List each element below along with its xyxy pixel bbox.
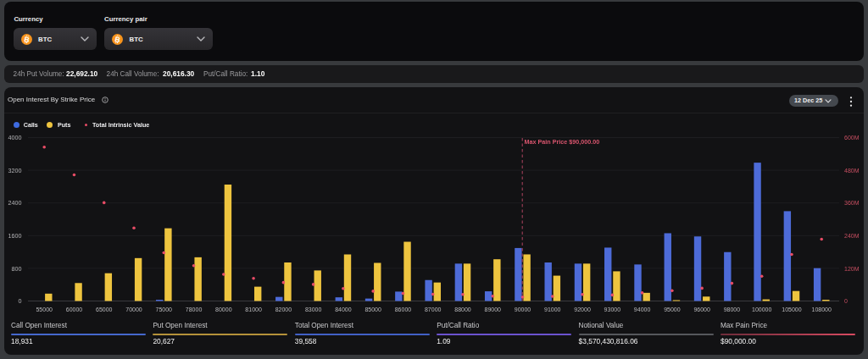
svg-text:800: 800 bbox=[12, 265, 22, 273]
svg-text:90000: 90000 bbox=[515, 307, 531, 312]
svg-text:87000: 87000 bbox=[425, 307, 442, 312]
svg-text:75000: 75000 bbox=[156, 307, 173, 312]
svg-text:0: 0 bbox=[844, 298, 848, 304]
svg-text:88000: 88000 bbox=[454, 307, 471, 312]
svg-text:94000: 94000 bbox=[634, 307, 651, 312]
svg-text:83000: 83000 bbox=[305, 307, 322, 312]
svg-text:98000: 98000 bbox=[724, 307, 741, 312]
svg-text:65000: 65000 bbox=[96, 307, 113, 312]
svg-text:100000: 100000 bbox=[752, 307, 771, 312]
svg-text:91000: 91000 bbox=[544, 307, 561, 312]
svg-text:92000: 92000 bbox=[574, 307, 591, 312]
svg-text:105000: 105000 bbox=[782, 307, 801, 312]
svg-text:2400: 2400 bbox=[8, 199, 22, 207]
svg-text:240M: 240M bbox=[844, 233, 860, 239]
svg-text:89000: 89000 bbox=[485, 307, 502, 312]
svg-text:78000: 78000 bbox=[186, 307, 203, 312]
svg-text:3200: 3200 bbox=[8, 167, 22, 174]
svg-text:108000: 108000 bbox=[812, 307, 832, 312]
svg-text:600M: 600M bbox=[844, 135, 860, 141]
svg-text:Max Pain Price $90,000.00: Max Pain Price $90,000.00 bbox=[525, 138, 600, 146]
svg-text:85000: 85000 bbox=[364, 307, 381, 312]
svg-text:93000: 93000 bbox=[604, 307, 621, 312]
svg-text:480M: 480M bbox=[844, 168, 860, 174]
svg-text:95000: 95000 bbox=[664, 307, 681, 312]
svg-text:120M: 120M bbox=[844, 266, 860, 272]
svg-text:360M: 360M bbox=[844, 200, 860, 206]
svg-text:60000: 60000 bbox=[66, 307, 83, 312]
svg-text:80000: 80000 bbox=[215, 307, 232, 312]
svg-text:82000: 82000 bbox=[275, 307, 292, 312]
svg-text:81000: 81000 bbox=[245, 307, 262, 312]
svg-text:70000: 70000 bbox=[125, 307, 142, 312]
svg-text:1600: 1600 bbox=[8, 232, 22, 240]
svg-text:0: 0 bbox=[19, 297, 22, 305]
svg-text:55000: 55000 bbox=[36, 307, 53, 312]
svg-text:86000: 86000 bbox=[395, 307, 412, 312]
svg-text:4000: 4000 bbox=[8, 134, 22, 141]
svg-text:84000: 84000 bbox=[335, 307, 352, 312]
svg-text:96000: 96000 bbox=[693, 307, 710, 312]
